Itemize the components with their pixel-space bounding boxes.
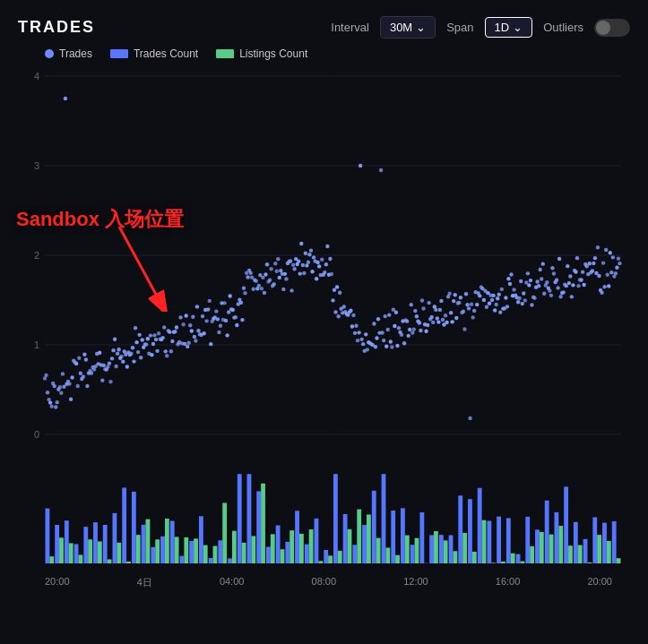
x-label-4: 12:00 bbox=[403, 576, 428, 589]
x-label-0: 20:00 bbox=[45, 576, 70, 589]
x-label-2: 04:00 bbox=[220, 576, 245, 589]
x-label-5: 16:00 bbox=[496, 576, 521, 589]
x-label-1: 4日 bbox=[137, 576, 152, 589]
interval-label: Interval bbox=[331, 21, 369, 34]
trades-dot-icon bbox=[45, 49, 54, 58]
x-label-6: 20:00 bbox=[587, 576, 612, 589]
header: TRADES Interval 30M ⌄ Span 1D ⌄ Outliers bbox=[0, 0, 648, 47]
main-container: TRADES Interval 30M ⌄ Span 1D ⌄ Outliers… bbox=[0, 0, 648, 644]
span-label: Span bbox=[446, 21, 473, 34]
x-axis: 20:00 4日 04:00 08:00 12:00 16:00 20:00 bbox=[9, 572, 639, 589]
span-value: 1D bbox=[495, 21, 510, 34]
main-chart-canvas bbox=[9, 67, 639, 461]
listings-count-label: Listings Count bbox=[239, 47, 307, 60]
toggle-knob bbox=[596, 21, 610, 35]
interval-dropdown[interactable]: 30M ⌄ bbox=[380, 16, 436, 39]
listings-count-bar-icon bbox=[216, 49, 234, 58]
outliers-label: Outliers bbox=[543, 21, 583, 34]
interval-chevron-icon: ⌄ bbox=[416, 21, 426, 34]
trades-count-bar-icon bbox=[110, 49, 128, 58]
chart-area: Sandbox 入场位置 20:00 4日 04:00 08:00 12:00 … bbox=[0, 67, 648, 589]
trades-count-label: Trades Count bbox=[134, 47, 198, 60]
span-dropdown[interactable]: 1D ⌄ bbox=[485, 17, 533, 38]
legend-trades-count: Trades Count bbox=[110, 47, 198, 60]
trades-label: Trades bbox=[59, 47, 92, 60]
controls: Interval 30M ⌄ Span 1D ⌄ Outliers bbox=[331, 16, 630, 39]
legend-trades: Trades bbox=[45, 47, 92, 60]
legend-listings-count: Listings Count bbox=[216, 47, 307, 60]
page-title: TRADES bbox=[18, 18, 316, 37]
legend: Trades Trades Count Listings Count bbox=[0, 47, 648, 67]
bar-chart-canvas bbox=[9, 465, 639, 572]
x-label-3: 08:00 bbox=[312, 576, 337, 589]
outliers-toggle[interactable] bbox=[594, 19, 630, 37]
interval-value: 30M bbox=[390, 21, 412, 34]
span-chevron-icon: ⌄ bbox=[513, 21, 523, 34]
